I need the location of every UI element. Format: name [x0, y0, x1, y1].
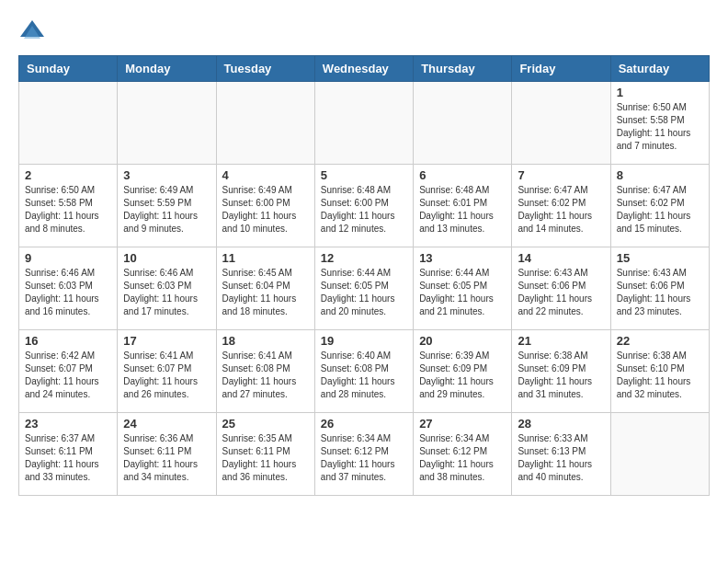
day-number: 8 — [617, 168, 703, 182]
day-info: Sunrise: 6:43 AM Sunset: 6:06 PM Dayligh… — [617, 267, 703, 318]
day-number: 21 — [518, 334, 604, 348]
day-info: Sunrise: 6:39 AM Sunset: 6:09 PM Dayligh… — [419, 350, 506, 401]
calendar-cell — [314, 82, 413, 165]
day-number: 3 — [123, 168, 210, 182]
day-info: Sunrise: 6:38 AM Sunset: 6:09 PM Dayligh… — [518, 350, 604, 401]
calendar-cell: 28Sunrise: 6:33 AM Sunset: 6:13 PM Dayli… — [512, 413, 610, 496]
day-info: Sunrise: 6:40 AM Sunset: 6:08 PM Dayligh… — [321, 350, 407, 401]
day-info: Sunrise: 6:35 AM Sunset: 6:11 PM Dayligh… — [222, 432, 309, 484]
day-number: 9 — [25, 251, 111, 265]
calendar-table: SundayMondayTuesdayWednesdayThursdayFrid… — [18, 55, 710, 496]
calendar-cell: 11Sunrise: 6:45 AM Sunset: 6:04 PM Dayli… — [216, 247, 314, 330]
calendar-cell: 19Sunrise: 6:40 AM Sunset: 6:08 PM Dayli… — [314, 330, 413, 413]
calendar-cell — [414, 82, 512, 165]
calendar-cell: 17Sunrise: 6:41 AM Sunset: 6:07 PM Dayli… — [118, 330, 216, 413]
calendar-cell: 24Sunrise: 6:36 AM Sunset: 6:11 PM Dayli… — [118, 413, 216, 496]
calendar-cell: 23Sunrise: 6:37 AM Sunset: 6:11 PM Dayli… — [19, 413, 118, 496]
day-info: Sunrise: 6:49 AM Sunset: 5:59 PM Dayligh… — [123, 184, 210, 236]
day-number: 27 — [419, 417, 506, 431]
calendar-cell: 12Sunrise: 6:44 AM Sunset: 6:05 PM Dayli… — [314, 247, 413, 330]
day-number: 13 — [419, 251, 506, 265]
day-number: 11 — [222, 251, 309, 265]
day-number: 12 — [321, 251, 407, 265]
day-number: 4 — [222, 168, 309, 182]
day-number: 22 — [617, 334, 703, 348]
day-number: 1 — [617, 86, 703, 99]
column-header-tuesday: Tuesday — [216, 56, 314, 82]
day-info: Sunrise: 6:49 AM Sunset: 6:00 PM Dayligh… — [222, 184, 309, 236]
day-info: Sunrise: 6:34 AM Sunset: 6:12 PM Dayligh… — [321, 432, 407, 484]
day-number: 15 — [617, 251, 703, 265]
calendar-cell — [610, 413, 709, 496]
day-info: Sunrise: 6:33 AM Sunset: 6:13 PM Dayligh… — [518, 432, 604, 484]
calendar-cell: 3Sunrise: 6:49 AM Sunset: 5:59 PM Daylig… — [118, 165, 216, 247]
calendar-cell: 9Sunrise: 6:46 AM Sunset: 6:03 PM Daylig… — [19, 247, 118, 330]
week-row-3: 9Sunrise: 6:46 AM Sunset: 6:03 PM Daylig… — [19, 247, 710, 330]
calendar-cell — [512, 82, 610, 165]
day-info: Sunrise: 6:41 AM Sunset: 6:07 PM Dayligh… — [123, 350, 210, 401]
day-info: Sunrise: 6:46 AM Sunset: 6:03 PM Dayligh… — [25, 267, 111, 318]
day-info: Sunrise: 6:38 AM Sunset: 6:10 PM Dayligh… — [617, 350, 703, 401]
day-number: 7 — [518, 168, 604, 182]
day-info: Sunrise: 6:42 AM Sunset: 6:07 PM Dayligh… — [25, 350, 111, 401]
day-number: 20 — [419, 334, 506, 348]
day-info: Sunrise: 6:43 AM Sunset: 6:06 PM Dayligh… — [518, 267, 604, 318]
day-number: 17 — [123, 334, 210, 348]
calendar-cell: 5Sunrise: 6:48 AM Sunset: 6:00 PM Daylig… — [314, 165, 413, 247]
week-row-1: 1Sunrise: 6:50 AM Sunset: 5:58 PM Daylig… — [19, 82, 710, 165]
calendar-cell: 7Sunrise: 6:47 AM Sunset: 6:02 PM Daylig… — [512, 165, 610, 247]
day-info: Sunrise: 6:46 AM Sunset: 6:03 PM Dayligh… — [123, 267, 210, 318]
calendar-cell: 6Sunrise: 6:48 AM Sunset: 6:01 PM Daylig… — [414, 165, 512, 247]
day-number: 16 — [25, 334, 111, 348]
day-number: 10 — [123, 251, 210, 265]
calendar-cell: 10Sunrise: 6:46 AM Sunset: 6:03 PM Dayli… — [118, 247, 216, 330]
calendar-cell: 16Sunrise: 6:42 AM Sunset: 6:07 PM Dayli… — [19, 330, 118, 413]
calendar-header-row: SundayMondayTuesdayWednesdayThursdayFrid… — [19, 56, 710, 82]
column-header-wednesday: Wednesday — [314, 56, 413, 82]
calendar-cell: 13Sunrise: 6:44 AM Sunset: 6:05 PM Dayli… — [414, 247, 512, 330]
column-header-sunday: Sunday — [19, 56, 118, 82]
column-header-thursday: Thursday — [414, 56, 512, 82]
calendar-cell: 1Sunrise: 6:50 AM Sunset: 5:58 PM Daylig… — [610, 82, 709, 165]
calendar-cell: 2Sunrise: 6:50 AM Sunset: 5:58 PM Daylig… — [19, 165, 118, 247]
day-number: 26 — [321, 417, 407, 431]
day-info: Sunrise: 6:50 AM Sunset: 5:58 PM Dayligh… — [617, 101, 703, 153]
day-info: Sunrise: 6:47 AM Sunset: 6:02 PM Dayligh… — [617, 184, 703, 236]
day-info: Sunrise: 6:48 AM Sunset: 6:00 PM Dayligh… — [321, 184, 407, 236]
day-number: 23 — [25, 417, 111, 431]
page-header — [18, 18, 710, 46]
calendar-cell: 15Sunrise: 6:43 AM Sunset: 6:06 PM Dayli… — [610, 247, 709, 330]
day-number: 25 — [222, 417, 309, 431]
calendar-cell: 4Sunrise: 6:49 AM Sunset: 6:00 PM Daylig… — [216, 165, 314, 247]
day-info: Sunrise: 6:36 AM Sunset: 6:11 PM Dayligh… — [123, 432, 210, 484]
week-row-4: 16Sunrise: 6:42 AM Sunset: 6:07 PM Dayli… — [19, 330, 710, 413]
day-info: Sunrise: 6:47 AM Sunset: 6:02 PM Dayligh… — [518, 184, 604, 236]
calendar-cell: 14Sunrise: 6:43 AM Sunset: 6:06 PM Dayli… — [512, 247, 610, 330]
day-number: 14 — [518, 251, 604, 265]
day-info: Sunrise: 6:34 AM Sunset: 6:12 PM Dayligh… — [419, 432, 506, 484]
calendar-cell: 20Sunrise: 6:39 AM Sunset: 6:09 PM Dayli… — [414, 330, 512, 413]
calendar-cell: 22Sunrise: 6:38 AM Sunset: 6:10 PM Dayli… — [610, 330, 709, 413]
calendar-cell: 8Sunrise: 6:47 AM Sunset: 6:02 PM Daylig… — [610, 165, 709, 247]
day-number: 24 — [123, 417, 210, 431]
calendar-cell: 25Sunrise: 6:35 AM Sunset: 6:11 PM Dayli… — [216, 413, 314, 496]
day-number: 19 — [321, 334, 407, 348]
day-info: Sunrise: 6:44 AM Sunset: 6:05 PM Dayligh… — [321, 267, 407, 318]
day-number: 6 — [419, 168, 506, 182]
week-row-2: 2Sunrise: 6:50 AM Sunset: 5:58 PM Daylig… — [19, 165, 710, 247]
logo-icon — [18, 18, 46, 46]
day-number: 5 — [321, 168, 407, 182]
calendar-cell: 21Sunrise: 6:38 AM Sunset: 6:09 PM Dayli… — [512, 330, 610, 413]
calendar-cell — [216, 82, 314, 165]
day-info: Sunrise: 6:50 AM Sunset: 5:58 PM Dayligh… — [25, 184, 111, 236]
column-header-friday: Friday — [512, 56, 610, 82]
day-info: Sunrise: 6:41 AM Sunset: 6:08 PM Dayligh… — [222, 350, 309, 401]
logo — [18, 18, 50, 46]
column-header-saturday: Saturday — [610, 56, 709, 82]
day-number: 18 — [222, 334, 309, 348]
day-info: Sunrise: 6:37 AM Sunset: 6:11 PM Dayligh… — [25, 432, 111, 484]
day-number: 2 — [25, 168, 111, 182]
day-info: Sunrise: 6:45 AM Sunset: 6:04 PM Dayligh… — [222, 267, 309, 318]
week-row-5: 23Sunrise: 6:37 AM Sunset: 6:11 PM Dayli… — [19, 413, 710, 496]
calendar-cell — [118, 82, 216, 165]
